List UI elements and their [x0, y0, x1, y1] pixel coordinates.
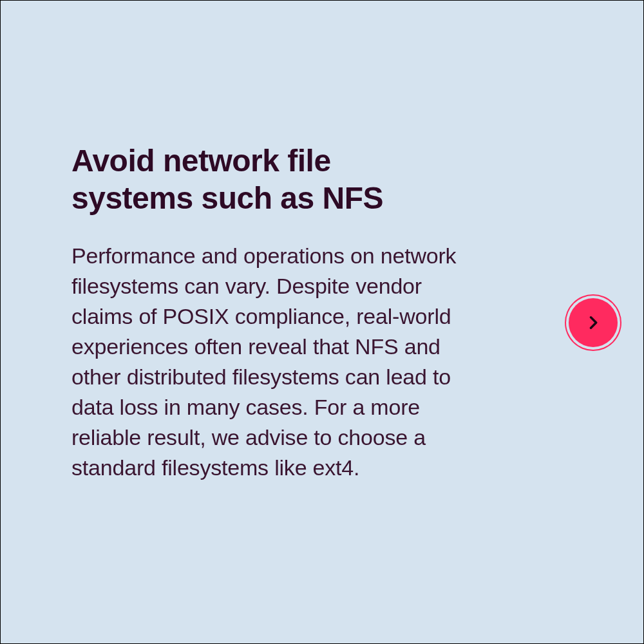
- card-heading: Avoid network file systems such as NFS: [71, 142, 458, 216]
- next-button[interactable]: [569, 298, 618, 347]
- info-card: Avoid network file systems such as NFS P…: [1, 1, 535, 482]
- card-body: Performance and operations on network fi…: [71, 241, 458, 482]
- chevron-right-icon: [584, 314, 602, 332]
